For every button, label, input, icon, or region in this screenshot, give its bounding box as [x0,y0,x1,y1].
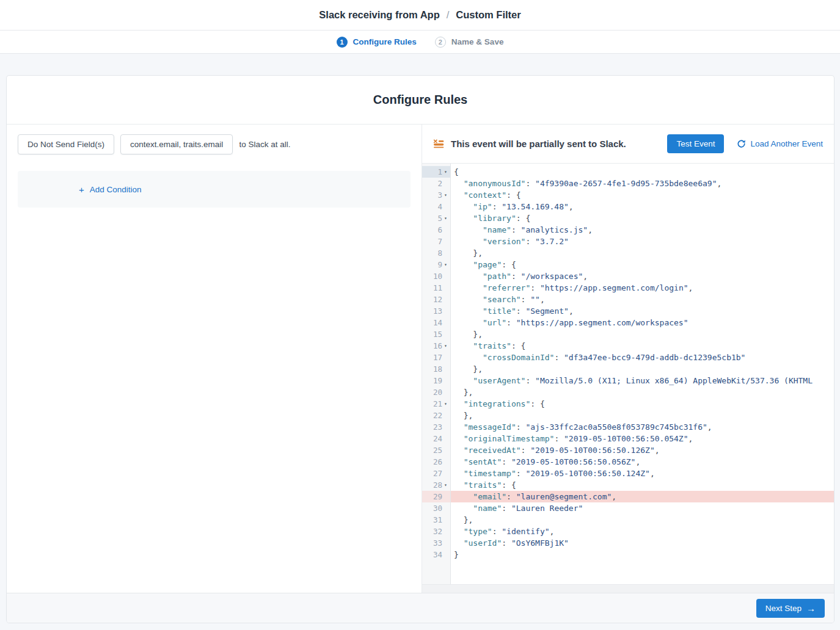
breadcrumb: Slack receiving from App / Custom Filter [319,9,520,21]
refresh-icon [737,139,746,148]
rule-fields-input[interactable]: context.email, traits.email [120,134,233,154]
plus-icon: + [79,185,84,194]
code-line: "type": "identify", [451,526,834,537]
code-line: "search": "", [451,294,834,305]
code-line: }, [451,247,834,259]
fold-toggle-icon[interactable]: ▾ [442,262,449,267]
load-another-event-label: Load Another Event [750,139,823,148]
gutter-line: 9▾ [422,259,450,270]
code-line: "originalTimestamp": "2019-05-10T00:56:5… [451,433,834,444]
code-line: "page": { [451,259,834,270]
gutter-line: 5▾ [422,212,450,224]
code-line: "receivedAt": "2019-05-10T00:56:50.126Z"… [451,444,834,456]
step-1-label: Configure Rules [353,37,417,46]
event-status-text: This event will be partially sent to Sla… [451,139,667,149]
rule-config-panel: Do Not Send Field(s) context.email, trai… [7,125,422,593]
condition-box: + Add Condition [18,171,411,208]
code-line: "crossDomainId": "df3a47ee-bcc9-479d-add… [451,352,834,363]
gutter-line: 10 [422,270,450,282]
breadcrumb-primary: Slack receiving from App [319,9,439,21]
rule-row: Do Not Send Field(s) context.email, trai… [18,134,411,154]
next-step-button[interactable]: Next Step → [756,599,825,618]
rule-action-selector[interactable]: Do Not Send Field(s) [18,134,114,154]
fold-toggle-icon[interactable]: ▾ [442,344,449,349]
partial-send-icon [433,139,445,148]
gutter-line: 30 [422,502,450,514]
code-line: "context": { [451,189,834,201]
fold-toggle-icon[interactable]: ▾ [442,216,449,221]
page-title: Configure Rules [7,76,834,125]
code-line: "title": "Segment", [451,305,834,317]
breadcrumb-secondary: Custom Filter [456,9,520,21]
code-line: "messageId": "ajs-33ffc2ac0a550e8f053789… [451,421,834,433]
rule-suffix-text: to Slack at all. [239,140,290,149]
gutter-line: 27 [422,468,450,479]
gutter-line: 12 [422,294,450,305]
code-line: }, [451,514,834,526]
gutter-line: 2 [422,178,450,189]
code-line: "sentAt": "2019-05-10T00:56:50.056Z", [451,456,834,468]
configure-rules-card: Configure Rules Do Not Send Field(s) con… [6,75,835,623]
gutter-line: 34 [422,549,450,560]
step-1-circle: 1 [337,37,348,48]
json-editor[interactable]: 1▾23▾45▾6789▾10111213141516▾1718192021▾2… [422,164,834,584]
code-line: "userAgent": "Mozilla/5.0 (X11; Linux x8… [451,375,834,386]
code-line: "path": "/workspaces", [451,270,834,282]
code-line: "timestamp": "2019-05-10T00:56:50.124Z", [451,468,834,479]
fold-toggle-icon[interactable]: ▾ [442,402,449,407]
editor-horizontal-scrollbar[interactable] [422,584,834,593]
event-header: This event will be partially sent to Sla… [422,125,834,164]
gutter-line: 20 [422,386,450,398]
load-another-event-button[interactable]: Load Another Event [737,139,823,148]
gutter-line: 31 [422,514,450,526]
code-line: "library": { [451,212,834,224]
code-line: "userId": "OsY6MFBj1K" [451,537,834,549]
gutter-line: 17 [422,352,450,363]
gutter-line: 8 [422,247,450,259]
gutter-line: 28▾ [422,479,450,491]
gutter-line: 16▾ [422,340,450,352]
step-2-circle: 2 [435,37,446,48]
code-line: }, [451,363,834,375]
code-line: "url": "https://app.segment.com/workspac… [451,317,834,328]
gutter-line: 26 [422,456,450,468]
code-line: "traits": { [451,479,834,491]
gutter-line: 29 [422,491,450,502]
fold-toggle-icon[interactable]: ▾ [442,483,449,488]
step-configure-rules[interactable]: 1 Configure Rules [337,37,417,48]
add-condition-button[interactable]: + Add Condition [79,185,142,194]
code-line: } [451,549,834,560]
code-line: "referrer": "https://app.segment.com/log… [451,282,834,294]
code-line: "ip": "13.54.169.48", [451,201,834,212]
gutter-line: 22 [422,410,450,421]
code-line: }, [451,410,834,421]
step-2-label: Name & Save [451,37,504,46]
gutter-line: 15 [422,328,450,340]
event-preview-panel: This event will be partially sent to Sla… [422,125,834,593]
code-line: "version": "3.7.2" [451,236,834,247]
card-body: Do Not Send Field(s) context.email, trai… [7,125,834,593]
gutter-line: 11 [422,282,450,294]
editor-gutter: 1▾23▾45▾6789▾10111213141516▾1718192021▾2… [422,164,451,584]
gutter-line: 19 [422,375,450,386]
step-indicator-bar: 1 Configure Rules 2 Name & Save [0,31,840,54]
gutter-line: 1▾ [422,166,450,178]
gutter-line: 4 [422,201,450,212]
step-name-and-save[interactable]: 2 Name & Save [435,37,504,48]
code-line: "integrations": { [451,398,834,410]
code-line: }, [451,328,834,340]
code-line: "traits": { [451,340,834,352]
code-line: "name": "analytics.js", [451,224,834,236]
gutter-line: 21▾ [422,398,450,410]
test-event-button[interactable]: Test Event [667,134,724,153]
card-footer: Next Step → [7,593,834,623]
add-condition-label: Add Condition [90,185,142,194]
code-line: { [451,166,834,178]
gutter-line: 24 [422,433,450,444]
fold-toggle-icon[interactable]: ▾ [442,170,449,175]
code-line: }, [451,386,834,398]
gutter-line: 33 [422,537,450,549]
gutter-line: 23 [422,421,450,433]
gutter-line: 13 [422,305,450,317]
fold-toggle-icon[interactable]: ▾ [442,193,449,198]
